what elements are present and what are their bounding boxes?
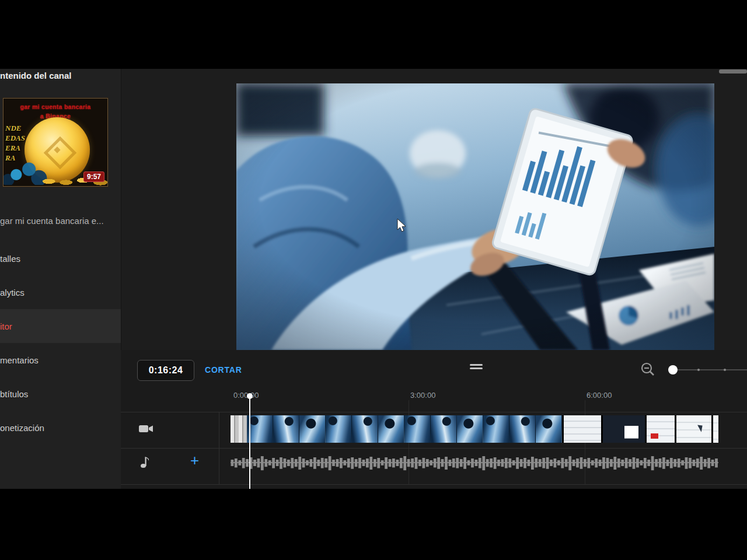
zoom-slider-tick bbox=[724, 369, 726, 371]
sidebar-item-itor[interactable]: itor bbox=[0, 309, 121, 343]
mouse-cursor-icon bbox=[397, 219, 407, 233]
studio-sidebar: ntenido del canal gar mi cuenta bancaria… bbox=[0, 69, 121, 489]
filmstrip-thumb bbox=[247, 415, 273, 443]
sidebar-item-onetizacin[interactable]: onetización bbox=[0, 411, 121, 444]
thumbnail-side-line: ERA bbox=[5, 143, 25, 153]
sidebar-item-label: talles bbox=[0, 254, 20, 264]
filmstrip-thumb bbox=[483, 415, 509, 443]
thumbnail-text-top: gar mi cuenta bancaria bbox=[4, 103, 107, 110]
zoom-out-icon[interactable] bbox=[640, 362, 655, 377]
filmstrip-thumb bbox=[562, 415, 601, 443]
filmstrip-thumb bbox=[509, 415, 536, 443]
timecode-input[interactable]: 0:16:24 bbox=[137, 360, 194, 381]
horizontal-scrollbar[interactable] bbox=[719, 69, 747, 74]
sidebar-item-label: itor bbox=[0, 321, 12, 331]
add-track-button[interactable]: + bbox=[190, 453, 199, 468]
duration-badge: 9:57 bbox=[83, 172, 104, 182]
sidebar-menu: tallesalyticsitormentariosbtítulosonetiz… bbox=[0, 242, 121, 444]
filmstrip-thumb bbox=[326, 415, 352, 443]
filmstrip-thumb bbox=[711, 415, 718, 443]
sidebar-item-label: onetización bbox=[0, 423, 44, 433]
filmstrip-thumb bbox=[404, 415, 431, 443]
filmstrip-thumb bbox=[378, 415, 404, 443]
video-track-filmstrip[interactable] bbox=[231, 415, 718, 443]
zoom-slider-knob[interactable] bbox=[668, 365, 678, 374]
cut-button[interactable]: CORTAR bbox=[205, 365, 242, 374]
sidebar-item-mentarios[interactable]: mentarios bbox=[0, 343, 121, 377]
camera-icon bbox=[138, 424, 153, 434]
sidebar-item-bttulos[interactable]: btítulos bbox=[0, 377, 121, 411]
ruler-label-0: 0:00:00 bbox=[233, 391, 259, 400]
filmstrip-thumb bbox=[352, 415, 378, 443]
filmstrip-thumb bbox=[273, 415, 299, 443]
audio-track-waveform[interactable] bbox=[231, 451, 718, 477]
playhead-line[interactable] bbox=[249, 396, 250, 489]
track-divider bbox=[121, 484, 747, 485]
sidebar-item-label: alytics bbox=[0, 288, 25, 298]
playhead-handle[interactable] bbox=[247, 393, 253, 399]
filmstrip-thumb bbox=[431, 415, 457, 443]
sidebar-header: ntenido del canal bbox=[0, 71, 72, 80]
filmstrip-thumb bbox=[675, 415, 711, 443]
track-divider bbox=[121, 448, 747, 449]
editor-screen: ntenido del canal gar mi cuenta bancaria… bbox=[0, 69, 747, 489]
sidebar-item-talles[interactable]: talles bbox=[0, 242, 121, 275]
thumbnail-side-line: EDAS bbox=[5, 133, 25, 143]
video-thumbnail[interactable]: gar mi cuenta bancaria a Binance NDE EDA… bbox=[3, 98, 108, 187]
sidebar-item-label: mentarios bbox=[0, 355, 39, 365]
track-header-divider bbox=[219, 412, 219, 484]
video-title[interactable]: gar mi cuenta bancaria e... bbox=[0, 216, 117, 226]
filmstrip-thumb bbox=[231, 415, 247, 443]
thumbnail-text-side: NDE EDAS ERA RA bbox=[5, 123, 25, 163]
sidebar-item-label: btítulos bbox=[0, 389, 28, 399]
filmstrip-thumb bbox=[645, 415, 675, 443]
ruler-label-2: 6:00:00 bbox=[587, 391, 612, 400]
track-divider bbox=[121, 412, 747, 412]
zoom-slider-track[interactable] bbox=[675, 369, 747, 370]
preview-video-frame[interactable] bbox=[236, 83, 714, 350]
thumbnail-side-line: NDE bbox=[5, 123, 25, 133]
zoom-slider-tick bbox=[697, 369, 700, 371]
filmstrip-thumb bbox=[299, 415, 326, 443]
preview-scene bbox=[236, 83, 714, 350]
sidebar-item-alytics[interactable]: alytics bbox=[0, 275, 121, 309]
filmstrip-thumb bbox=[457, 415, 483, 443]
panel-drag-handle-icon[interactable] bbox=[470, 364, 483, 370]
filmstrip-thumb bbox=[536, 415, 562, 443]
music-note-icon bbox=[140, 456, 151, 468]
ruler-label-1: 3:00:00 bbox=[410, 391, 435, 400]
filmstrip-thumb bbox=[601, 415, 645, 443]
